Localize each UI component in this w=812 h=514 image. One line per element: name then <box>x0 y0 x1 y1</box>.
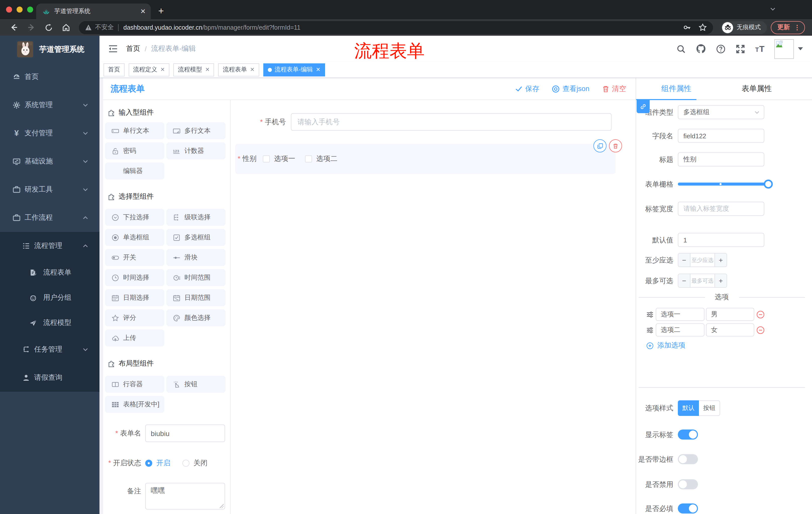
option2-value-input[interactable]: 女 <box>706 323 754 336</box>
gender-option2-checkbox[interactable] <box>305 155 312 162</box>
form-canvas[interactable]: 手机号 请输入手机号 性别 选项一 选项二 <box>231 100 636 514</box>
maximize-window-button[interactable] <box>27 6 33 12</box>
canvas-field-gender-selected[interactable]: 性别 选项一 选项二 <box>235 144 615 174</box>
save-button[interactable]: 保存 <box>515 84 540 93</box>
tag-process-definition[interactable]: 流程定义✕ <box>128 63 169 76</box>
bookmark-star-icon[interactable] <box>698 23 707 32</box>
sidebar-item-workflow[interactable]: 工作流程 <box>0 204 99 232</box>
home-button[interactable] <box>62 23 70 32</box>
option2-label-input[interactable]: 选项二 <box>656 323 704 336</box>
sidebar-item-process-model[interactable]: 流程模型 <box>0 310 99 335</box>
component-row-container[interactable]: 行容器 <box>105 376 164 393</box>
gender-option2-label[interactable]: 选项二 <box>316 154 338 163</box>
sidebar-item-user-group[interactable]: 用户分组 <box>0 285 99 310</box>
component-upload[interactable]: 上传 <box>105 329 164 347</box>
component-slider[interactable]: 滑块 <box>166 249 226 266</box>
window-controls[interactable] <box>6 6 33 12</box>
component-date-range[interactable]: 日期范围 <box>166 289 226 306</box>
sidebar-item-process-form[interactable]: 流程表单 <box>0 260 99 285</box>
browser-menu-icon[interactable]: ⋮ <box>794 24 801 31</box>
component-cascader[interactable]: 级联选择 <box>166 209 226 226</box>
collapse-sidebar-icon[interactable] <box>108 44 118 54</box>
status-off-radio[interactable] <box>182 459 190 466</box>
field-name-input[interactable]: field122 <box>678 129 764 143</box>
style-default-button[interactable]: 默认 <box>678 400 699 416</box>
show-label-switch[interactable] <box>678 430 698 439</box>
component-time-range[interactable]: 时间范围 <box>166 269 226 286</box>
view-json-button[interactable]: 查看json <box>552 84 589 93</box>
tag-close-icon[interactable]: ✕ <box>160 66 165 73</box>
sidebar-item-leave-query[interactable]: 请假查询 <box>0 363 99 392</box>
component-date-picker[interactable]: 日期选择 <box>105 289 164 306</box>
phone-input[interactable]: 请输入手机号 <box>291 113 611 131</box>
remove-option-icon[interactable] <box>756 326 765 334</box>
component-rate[interactable]: 评分 <box>105 309 164 326</box>
reload-button[interactable] <box>45 23 53 31</box>
url-host[interactable]: dashboard.yudao.iocoder.cn <box>123 24 202 31</box>
sidebar-item-dev-tools[interactable]: 研发工具 <box>0 175 99 204</box>
component-time-picker[interactable]: 时间选择 <box>105 269 164 286</box>
security-label[interactable]: 不安全 <box>95 23 114 32</box>
tag-close-icon[interactable]: ✕ <box>250 66 255 73</box>
component-counter[interactable]: 123计数器 <box>166 142 226 159</box>
github-icon[interactable] <box>696 44 706 54</box>
title-input[interactable]: 性别 <box>678 153 764 166</box>
stepper-plus-button[interactable]: + <box>715 253 727 267</box>
disabled-switch[interactable] <box>678 479 698 489</box>
gender-option1-label[interactable]: 选项一 <box>274 154 295 163</box>
sidebar-item-payment-management[interactable]: ¥ 支付管理 <box>0 119 99 147</box>
drag-handle-icon[interactable] <box>646 326 654 334</box>
tab-form-props[interactable]: 表单属性 <box>717 78 797 100</box>
tag-process-form[interactable]: 流程表单✕ <box>218 63 259 76</box>
font-size-icon[interactable]: TT <box>755 44 766 54</box>
avatar-caret-icon[interactable] <box>798 47 803 51</box>
option1-value-input[interactable]: 男 <box>706 308 754 321</box>
form-remark-textarea[interactable]: 嘿嘿 <box>145 483 225 510</box>
gender-option1-checkbox[interactable] <box>263 155 270 162</box>
component-password[interactable]: 密码 <box>105 142 164 159</box>
search-icon[interactable] <box>676 44 686 54</box>
security-warning-icon[interactable] <box>85 24 92 31</box>
url-path[interactable]: /bpm/manager/form/edit?formId=11 <box>202 24 676 31</box>
component-table[interactable]: 表格[开发中] <box>105 396 164 413</box>
new-tab-button[interactable]: + <box>158 5 164 17</box>
tab-close-icon[interactable]: ✕ <box>140 7 146 15</box>
sidebar-item-home[interactable]: 首页 <box>0 63 99 91</box>
canvas-field-phone[interactable]: 手机号 请输入手机号 <box>231 113 636 131</box>
tag-process-form-edit[interactable]: 流程表单-编辑✕ <box>263 63 325 76</box>
component-type-select[interactable]: 多选框组 <box>678 105 764 119</box>
remove-option-icon[interactable] <box>756 310 765 319</box>
label-width-input[interactable]: 请输入标签宽度 <box>678 202 764 216</box>
tag-home[interactable]: 首页 <box>104 63 125 76</box>
update-button[interactable]: 更新 ⋮ <box>771 21 805 34</box>
address-bar[interactable]: 不安全 dashboard.yudao.iocoder.cn /bpm/mana… <box>79 21 713 34</box>
stepper-plus-button[interactable]: + <box>715 274 727 287</box>
user-avatar[interactable] <box>774 39 794 59</box>
link-icon[interactable] <box>637 100 650 113</box>
status-on-label[interactable]: 开启 <box>156 458 170 467</box>
back-button[interactable] <box>9 23 18 32</box>
component-multi-line-text[interactable]: 多行文本 <box>166 122 226 139</box>
default-value-input[interactable]: 1 <box>678 233 764 247</box>
delete-field-button[interactable] <box>609 139 622 153</box>
status-on-radio[interactable] <box>145 459 152 466</box>
tag-close-icon[interactable]: ✕ <box>316 66 320 73</box>
component-color-picker[interactable]: 颜色选择 <box>166 309 226 326</box>
password-key-icon[interactable] <box>683 23 691 32</box>
sidebar-item-task-management[interactable]: 任务管理 <box>0 335 99 363</box>
component-select[interactable]: 下拉选择 <box>105 209 164 226</box>
fullscreen-icon[interactable] <box>736 44 745 54</box>
required-switch[interactable] <box>678 504 698 514</box>
form-grid-slider[interactable] <box>678 179 768 189</box>
tag-process-model[interactable]: 流程模型✕ <box>173 63 214 76</box>
component-switch[interactable]: 开关 <box>105 249 164 266</box>
close-window-button[interactable] <box>6 6 12 12</box>
tab-component-props[interactable]: 组件属性 <box>636 78 717 100</box>
drag-handle-icon[interactable] <box>646 310 654 318</box>
minimize-window-button[interactable] <box>17 6 23 12</box>
tabstrip-chevron-icon[interactable] <box>770 6 776 12</box>
add-option-button[interactable]: 添加选项 <box>636 341 812 350</box>
stepper-minus-button[interactable]: − <box>678 253 690 267</box>
breadcrumb-home[interactable]: 首页 <box>126 44 140 53</box>
browser-tab[interactable]: 芋道管理系统 ✕ <box>36 3 151 19</box>
